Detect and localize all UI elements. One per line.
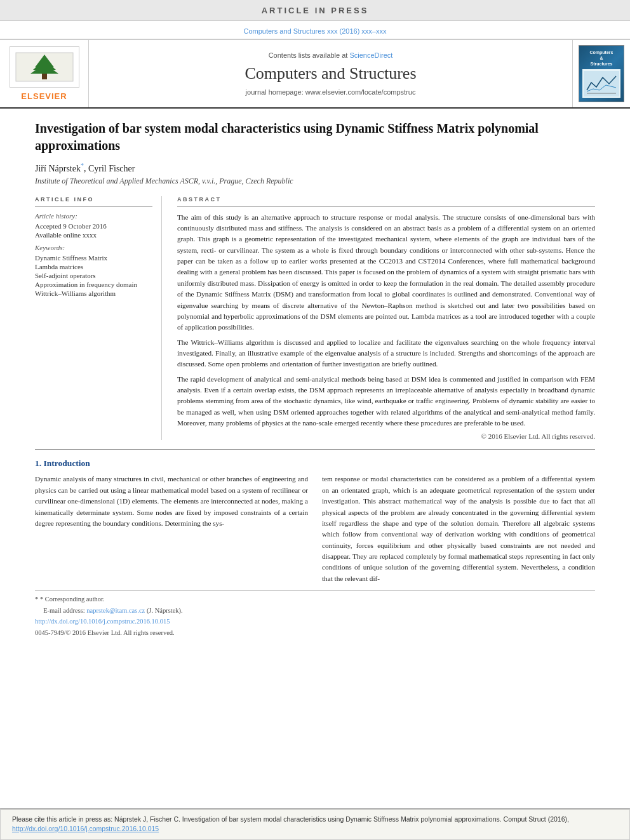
elsevier-tree-icon: [13, 50, 76, 84]
intro-col-right: tem response or modal characteristics ca…: [322, 474, 595, 584]
intro-col-left: Dynamic analysis of many structures in c…: [35, 474, 308, 584]
history-label: Article history:: [35, 212, 152, 220]
header-right: Computers&Structures: [573, 40, 630, 107]
footnote-doi: http://dx.doi.org/10.1016/j.compstruc.20…: [35, 617, 595, 627]
footnote-corresponding-text: * Corresponding author.: [40, 596, 105, 603]
abstract-para-3: The rapid development of analytical and …: [177, 374, 595, 429]
section-divider: [35, 449, 595, 450]
svg-rect-5: [584, 71, 619, 97]
author-comma: ,: [84, 164, 88, 173]
keyword-1: Dynamic Stiffness Matrix: [35, 254, 152, 262]
cover-title: Computers&Structures: [590, 50, 613, 67]
article-info-abstract-section: ARTICLE INFO Article history: Accepted 9…: [35, 196, 595, 441]
divider-line: [35, 206, 152, 207]
header-area: ELSEVIER Contents lists available at Sci…: [0, 39, 630, 109]
author-fischer: Cyril Fischer: [88, 164, 135, 173]
contents-line: Contents lists available at ScienceDirec…: [269, 51, 393, 59]
elsevier-logo-area: ELSEVIER: [0, 40, 89, 107]
authors-line: Jiří Náprstek*, Cyril Fischer: [35, 162, 595, 174]
footnote-star: *: [35, 596, 40, 603]
page: ARTICLE IN PRESS Computers and Structure…: [0, 0, 630, 840]
article-info-column: ARTICLE INFO Article history: Accepted 9…: [35, 196, 162, 441]
paper-title: Investigation of bar system modal charac…: [35, 120, 595, 154]
footnote-email-link[interactable]: naprstek@itam.cas.cz: [86, 607, 145, 614]
introduction-body: Dynamic analysis of many structures in c…: [35, 474, 595, 584]
keyword-4: Approximation in frequency domain: [35, 281, 152, 288]
abstract-label: ABSTRACT: [177, 196, 595, 203]
footnote-issn: 0045-7949/© 2016 Elsevier Ltd. All right…: [35, 629, 595, 638]
homepage-line: journal homepage: www.elsevier.com/locat…: [246, 88, 416, 96]
abstract-para-1: The aim of this study is an alternative …: [177, 212, 595, 333]
journal-reference-link[interactable]: Computers and Structures xxx (2016) xxx–…: [244, 27, 387, 35]
article-info-label: ARTICLE INFO: [35, 196, 152, 203]
copyright-line: © 2016 Elsevier Ltd. All rights reserved…: [177, 432, 595, 440]
cite-banner: Please cite this article in press as: Ná…: [0, 808, 630, 841]
elsevier-wordmark: ELSEVIER: [21, 91, 67, 101]
article-in-press-banner: ARTICLE IN PRESS: [0, 0, 630, 21]
introduction-heading: 1. Introduction: [35, 458, 595, 469]
footnote-email: E-mail address: naprstek@itam.cas.cz (J.…: [35, 606, 595, 616]
affiliation: Institute of Theoretical and Applied Mec…: [35, 177, 595, 186]
cover-image: [582, 69, 620, 98]
footnote-email-text: E-mail address:: [43, 607, 85, 614]
keyword-5: Wittrick–Williams algorithm: [35, 290, 152, 297]
sciencedirect-link[interactable]: ScienceDirect: [349, 51, 392, 59]
footnote-corresponding: * * Corresponding author.: [35, 595, 595, 604]
keyword-3: Self-adjoint operators: [35, 272, 152, 279]
available-online: Available online xxxx: [35, 231, 152, 239]
footnote-doi-link[interactable]: http://dx.doi.org/10.1016/j.compstruc.20…: [35, 618, 170, 625]
journal-line: Computers and Structures xxx (2016) xxx–…: [0, 21, 630, 39]
abstract-text: The aim of this study is an alternative …: [177, 212, 595, 429]
author-naprstek: Jiří Náprstek: [35, 164, 81, 173]
abstract-divider: [177, 206, 595, 207]
journal-cover-thumbnail: Computers&Structures: [579, 45, 624, 102]
cite-text: Please cite this article in press as: Ná…: [12, 815, 569, 823]
elsevier-logo-box: [10, 46, 79, 88]
abstract-column: ABSTRACT The aim of this study is an alt…: [177, 196, 595, 441]
cite-doi-link[interactable]: http://dx.doi.org/10.1016/j.compstruc.20…: [12, 825, 159, 832]
paper-content: Investigation of bar system modal charac…: [0, 109, 630, 653]
header-center: Contents lists available at ScienceDirec…: [89, 40, 573, 107]
abstract-para-2: The Wittrick–Williams algorithm is discu…: [177, 337, 595, 370]
banner-text: ARTICLE IN PRESS: [262, 6, 369, 15]
keyword-2: Lambda matrices: [35, 263, 152, 270]
footnote-email-suffix: (J. Náprstek).: [147, 607, 183, 614]
footnote-area: * * Corresponding author. E-mail address…: [35, 590, 595, 638]
footnote-email-label: [35, 607, 42, 614]
keywords-title: Keywords:: [35, 244, 152, 251]
accepted-date: Accepted 9 October 2016: [35, 222, 152, 230]
journal-title: Computers and Structures: [245, 64, 416, 83]
